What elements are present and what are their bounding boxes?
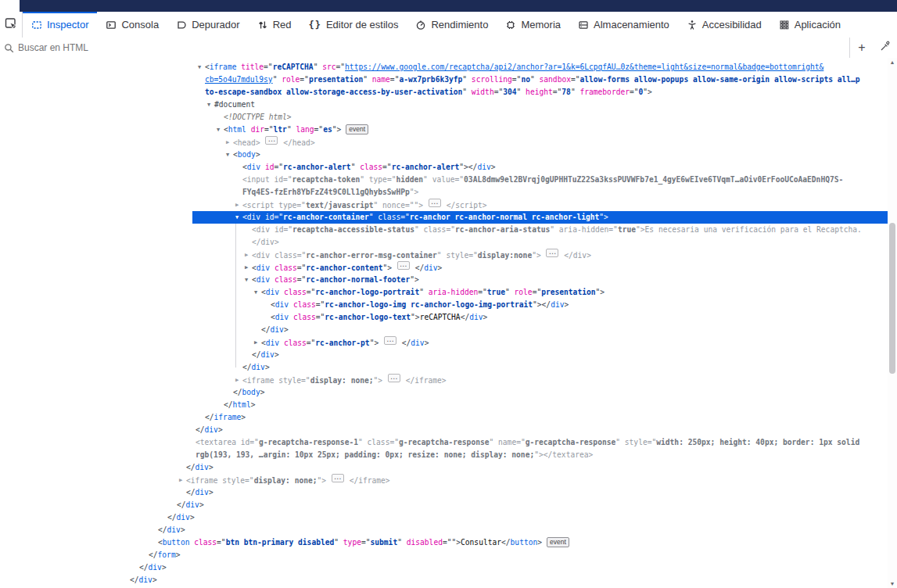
tab-network[interactable]: Red <box>249 12 300 38</box>
twisty-expanded-icon[interactable]: ▼ <box>205 99 213 111</box>
markup-row[interactable]: </div> <box>0 499 888 511</box>
markup-row[interactable]: <div id="recaptcha-accessible-status" cl… <box>0 224 888 236</box>
twisty-collapsed-icon[interactable]: ▶ <box>233 199 241 211</box>
ellipsis-button[interactable] <box>265 136 278 145</box>
markup-row[interactable]: cb=5o4u7mdul9sy" role="presentation" nam… <box>0 74 888 86</box>
markup-row-selected[interactable]: ▼<div id="rc-anchor-container" class="rc… <box>0 211 888 224</box>
tab-application[interactable]: Aplicación <box>770 12 849 38</box>
markup-row[interactable]: ▼#document <box>0 99 888 111</box>
scrollbar[interactable]: ▲ ▼ <box>888 58 897 588</box>
scroll-down-icon[interactable]: ▼ <box>888 581 897 586</box>
code-segment-pu: =" <box>512 75 522 84</box>
code-segment-pu: "> <box>410 188 419 196</box>
ellipsis-button[interactable] <box>429 199 441 207</box>
twisty-expanded-icon[interactable]: ▼ <box>214 124 222 136</box>
pick-element-button[interactable] <box>0 12 23 38</box>
code-segment-pu: > <box>181 525 185 534</box>
tab-style-editor[interactable]: {}Editor de estilos <box>300 12 407 38</box>
tab-memory[interactable]: Memoria <box>497 12 569 38</box>
markup-search-bar: + <box>0 38 897 59</box>
markup-row[interactable]: <input id="recaptcha-token" type="hidden… <box>0 174 888 186</box>
code-segment-tg: html <box>228 125 246 134</box>
markup-row[interactable]: ▼<html dir="ltr" lang="es">event <box>0 124 888 136</box>
markup-row[interactable]: </div> <box>0 561 888 574</box>
ellipsis-button[interactable] <box>384 336 396 345</box>
twisty-collapsed-icon[interactable]: ▶ <box>177 474 185 486</box>
ellipsis-button[interactable] <box>397 261 410 270</box>
markup-row[interactable]: <textarea id="g-recaptcha-response-1" cl… <box>0 436 888 449</box>
code-segment-at: height <box>521 88 552 96</box>
accessibility-icon <box>687 20 698 30</box>
markup-row[interactable]: ▶<head> </head> <box>0 136 888 149</box>
tab-performance[interactable]: Rendimiento <box>407 12 497 38</box>
markup-row[interactable]: <button class="btn btn-primary disabled"… <box>0 536 888 549</box>
scrollbar-thumb[interactable] <box>889 223 895 374</box>
markup-row[interactable]: FYq4ES-fzErh8YbFzZ4t9C0Ll1gQhybsSwHPp"> <box>0 186 888 199</box>
markup-row[interactable]: to-escape-sandbox allow-storage-access-b… <box>0 86 888 99</box>
markup-row[interactable]: </body> <box>0 386 888 399</box>
markup-row[interactable]: <div class="rc-anchor-logo-text">reCAPTC… <box>0 311 888 324</box>
markup-row[interactable]: </div> <box>0 574 888 586</box>
scroll-up-icon[interactable]: ▲ <box>888 59 897 65</box>
ellipsis-button[interactable] <box>388 374 400 382</box>
code-segment-pu: =" <box>571 75 580 84</box>
markup-row[interactable]: ▼<body> <box>0 149 888 161</box>
markup-row[interactable]: </div> <box>0 486 888 499</box>
markup-row[interactable]: </div> <box>0 461 888 474</box>
ellipsis-button[interactable] <box>332 474 344 482</box>
tab-inspector[interactable]: Inspector <box>23 12 97 38</box>
markup-row[interactable]: </div> <box>0 524 888 536</box>
markup-row[interactable]: </div> <box>0 424 888 436</box>
event-badge[interactable]: event <box>547 537 569 547</box>
code-segment-at: type <box>339 538 361 547</box>
ellipsis-button[interactable] <box>546 249 558 257</box>
code-segment-pu: > <box>190 513 195 522</box>
eyedropper-icon <box>880 41 891 55</box>
markup-row[interactable]: </iframe> <box>0 411 888 424</box>
twisty-expanded-icon[interactable]: ▼ <box>196 61 203 74</box>
markup-row[interactable]: ▼<iframe title="reCAPTCHA" src="https://… <box>0 61 888 74</box>
markup-row[interactable]: ▶<iframe style="display: none;"> </ifram… <box>0 474 888 486</box>
markup-row[interactable]: ▶<iframe style="display: none;"> </ifram… <box>0 374 888 386</box>
twisty-collapsed-icon[interactable]: ▶ <box>233 374 241 386</box>
event-badge[interactable]: event <box>346 124 368 134</box>
markup-row[interactable]: ▶<div class="rc-anchor-pt"> </div> <box>0 336 888 349</box>
tab-accessibility[interactable]: Accesibilidad <box>678 12 770 38</box>
search-input[interactable] <box>14 42 849 53</box>
twisty-expanded-icon[interactable]: ▼ <box>224 149 231 161</box>
markup-row[interactable]: rgb(193, 193, …argin: 10px 25px; padding… <box>0 449 888 461</box>
twisty-expanded-icon[interactable]: ▼ <box>233 211 241 224</box>
twisty-collapsed-icon[interactable]: ▶ <box>242 249 250 261</box>
markup-row[interactable]: ▶<div class="rc-anchor-content"> </div> <box>0 261 888 274</box>
tab-debugger[interactable]: Depurador <box>167 12 248 38</box>
markup-row[interactable]: </div> <box>0 511 888 524</box>
twisty-expanded-icon[interactable]: ▼ <box>242 274 250 286</box>
markup-row[interactable]: ▶<script type="text/javascript" nonce=""… <box>0 199 888 211</box>
markup-row[interactable]: </form> <box>0 549 888 561</box>
markup-row[interactable]: </div> <box>0 361 888 374</box>
twisty-collapsed-icon[interactable]: ▶ <box>224 136 231 149</box>
markup-row-content: </div> <box>186 461 213 474</box>
code-segment-pu: </ <box>261 325 271 334</box>
markup-row[interactable]: </html> <box>0 399 888 411</box>
markup-row[interactable]: </div> <box>0 236 888 249</box>
eyedropper-button[interactable] <box>874 38 897 58</box>
markup-row[interactable]: ▼<div class="rc-anchor-normal-footer"> <box>0 274 888 286</box>
markup-row[interactable]: <div id="rc-anchor-alert" class="rc-anch… <box>0 161 888 174</box>
markup-row[interactable]: ▼<div class="rc-anchor-logo-portrait" ar… <box>0 286 888 299</box>
twisty-expanded-icon[interactable]: ▼ <box>252 286 260 299</box>
tab-console[interactable]: Consola <box>97 12 167 38</box>
add-node-button[interactable]: + <box>850 38 874 58</box>
tab-storage[interactable]: Almacenamiento <box>569 12 678 38</box>
markup-row[interactable]: <div class="rc-anchor-logo-img rc-anchor… <box>0 299 888 311</box>
code-segment-pu: > <box>152 575 157 584</box>
code-segment-at: class <box>270 251 297 260</box>
markup-row[interactable]: <!DOCTYPE html> <box>0 111 888 124</box>
markup-row[interactable]: ▶<div class="rc-anchor-error-msg-contain… <box>0 249 888 261</box>
twisty-collapsed-icon[interactable]: ▶ <box>242 261 250 274</box>
code-segment-tg: div <box>275 300 289 309</box>
markup-row[interactable]: </div> <box>0 324 888 336</box>
inspector-markup-panel[interactable]: ▼<iframe title="reCAPTCHA" src="https://… <box>0 58 888 588</box>
twisty-collapsed-icon[interactable]: ▶ <box>252 336 260 349</box>
markup-row[interactable]: </div> <box>0 349 888 361</box>
